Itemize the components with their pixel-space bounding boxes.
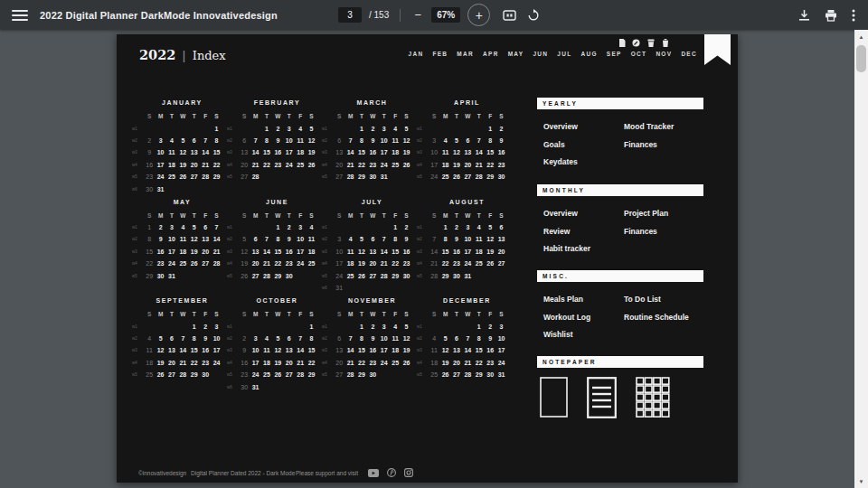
day-cell: 17 — [284, 149, 295, 155]
week-number: w3 — [415, 348, 429, 352]
sidebar-item-overview[interactable]: Overview — [543, 122, 578, 140]
day-cell: 23 — [485, 360, 495, 366]
day-header: S — [401, 113, 411, 119]
zoom-out-button[interactable]: − — [411, 8, 424, 22]
month-tab-nov[interactable]: NOV — [656, 51, 672, 57]
week-number: w3 — [320, 150, 334, 155]
month-tab-dec[interactable]: DEC — [681, 51, 697, 57]
sidebar-item-to-do-list[interactable]: To Do List — [624, 295, 689, 313]
sidebar-item-finances[interactable]: Finances — [624, 227, 668, 245]
month-tab-may[interactable]: MAY — [508, 51, 524, 57]
sidebar-item-goals[interactable]: Goals — [543, 140, 578, 158]
day-cell: 15 — [144, 249, 155, 255]
download-button[interactable] — [798, 9, 810, 22]
day-header: W — [272, 311, 283, 317]
grid-paper-icon — [636, 377, 670, 422]
day-cell: 30 — [284, 273, 295, 279]
day-cell: 29 — [306, 371, 316, 378]
week-number: w5 — [225, 372, 239, 377]
day-header: T — [379, 212, 390, 219]
sidebar-item-project-plan[interactable]: Project Plan — [624, 209, 668, 227]
sidebar-item-mood-tracker[interactable]: Mood Tracker — [624, 122, 674, 140]
sidebar-item-wishlist[interactable]: Wishlist — [543, 330, 590, 348]
scrollbar[interactable]: ▲ ▼ — [854, 30, 868, 488]
day-cell: 9 — [451, 236, 462, 242]
rotate-button[interactable] — [527, 9, 540, 22]
scroll-down-icon[interactable]: ▼ — [854, 474, 868, 488]
day-cell: 1 — [261, 126, 272, 132]
day-cell: 27 — [239, 174, 250, 180]
day-cell: 2 — [451, 224, 462, 230]
day-cell: 15 — [356, 347, 367, 353]
page-number-input[interactable] — [338, 7, 362, 23]
day-cell: 22 — [474, 360, 485, 366]
day-cell: 17 — [211, 347, 222, 353]
print-button[interactable] — [825, 9, 837, 22]
month-tab-feb[interactable]: FEB — [432, 51, 448, 57]
sidebar-item-meals-plan[interactable]: Meals Plan — [543, 295, 590, 313]
day-cell: 10 — [166, 236, 177, 242]
week-number: w5 — [415, 372, 429, 377]
month-tab-jul[interactable]: JUL — [557, 51, 571, 57]
zoom-in-button[interactable]: + — [467, 4, 490, 26]
day-cell: 3 — [211, 324, 222, 330]
calendar-table: SMTWTFSw1123w245678910w311121314151617w4… — [130, 308, 225, 380]
week-number: w3 — [320, 348, 334, 352]
day-cell: 16 — [367, 149, 378, 155]
day-cell: 3 — [495, 324, 506, 330]
fit-page-button[interactable] — [503, 10, 516, 21]
day-cell: 3 — [166, 224, 177, 230]
day-cell: 4 — [295, 126, 306, 132]
month-tab-jun[interactable]: JUN — [533, 51, 548, 57]
sidebar-section-misc: MISC.Meals PlanWorkout LogWishlistTo Do … — [537, 270, 703, 295]
day-cell: 16 — [200, 347, 211, 353]
sidebar-item-finances[interactable]: Finances — [624, 140, 674, 158]
bookmark-ribbon-icon[interactable] — [704, 34, 731, 65]
day-header: W — [462, 311, 473, 317]
day-cell: 13 — [189, 149, 200, 155]
day-cell: 11 — [439, 149, 450, 155]
sidebar-section-monthly: MONTHLYOverviewReviewHabit trackerProjec… — [537, 184, 703, 209]
month-tab-sep[interactable]: SEP — [607, 51, 622, 57]
day-header: S — [306, 212, 316, 219]
more-options-button[interactable] — [852, 9, 855, 22]
day-cell: 1 — [144, 224, 155, 230]
day-cell: 10 — [379, 335, 390, 342]
sidebar-item-workout-log[interactable]: Workout Log — [543, 313, 590, 331]
day-cell: 23 — [284, 260, 295, 267]
week-number: w3 — [415, 150, 429, 155]
day-cell: 4 — [344, 236, 355, 242]
sidebar-item-habit-tracker[interactable]: Habit tracker — [543, 244, 590, 262]
month-tab-apr[interactable]: APR — [483, 51, 499, 57]
week-number: w4 — [320, 163, 334, 167]
day-cell: 8 — [356, 137, 367, 144]
month-tab-mar[interactable]: MAR — [457, 51, 474, 57]
scroll-up-icon[interactable]: ▲ — [854, 30, 868, 43]
day-cell: 19 — [272, 360, 283, 366]
day-cell: 14 — [261, 249, 272, 255]
sidebar-item-overview[interactable]: Overview — [543, 209, 590, 227]
month-tab-oct[interactable]: OCT — [631, 51, 647, 57]
day-cell: 5 — [155, 335, 165, 342]
day-cell: 27 — [367, 273, 378, 279]
sidebar-item-keydates[interactable]: Keydates — [543, 157, 578, 175]
week-number: w1 — [415, 324, 429, 329]
day-cell: 2 — [239, 335, 250, 342]
day-cell: 15 — [272, 249, 283, 255]
day-cell: 7 — [250, 137, 260, 144]
day-cell: 22 — [189, 360, 200, 366]
scrollbar-thumb[interactable] — [856, 45, 866, 72]
sidebar-item-review[interactable]: Review — [543, 227, 590, 245]
day-cell: 10 — [211, 335, 222, 342]
sidebar-item-routine-schedule[interactable]: Routine Schedule — [624, 313, 689, 331]
month-tab-jan[interactable]: JAN — [408, 51, 423, 57]
week-number: w1 — [225, 324, 239, 329]
week-number: w2 — [415, 138, 429, 143]
day-header: T — [284, 113, 295, 119]
day-cell: 18 — [306, 249, 316, 255]
day-cell: 3 — [462, 224, 473, 230]
menu-icon[interactable] — [12, 10, 28, 21]
month-tab-aug[interactable]: AUG — [580, 51, 597, 57]
day-cell: 8 — [390, 236, 401, 242]
week-number: w4 — [225, 261, 239, 266]
